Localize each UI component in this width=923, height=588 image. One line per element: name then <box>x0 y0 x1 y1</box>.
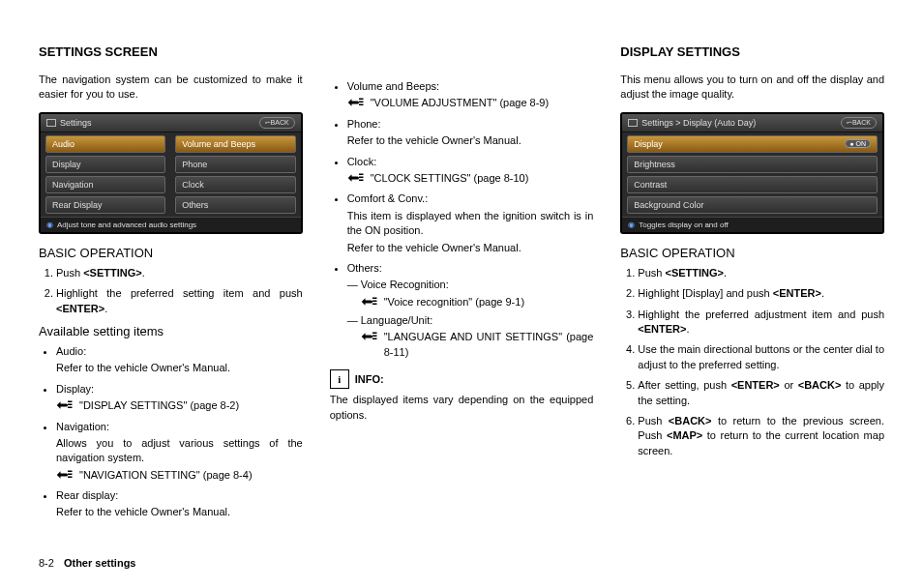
row-bgcolor: Background Color <box>627 196 878 214</box>
row-brightness: Brightness <box>627 156 878 173</box>
settings-intro: The navigation system can be customized … <box>39 73 303 103</box>
info-dot-icon: ◉ <box>628 220 635 229</box>
scr-title: Settings <box>60 118 92 128</box>
section-title-display: DISPLAY SETTINGS <box>620 44 884 59</box>
available-items-head: Available setting items <box>39 324 303 338</box>
step-1: Push <SETTING>. <box>56 266 303 280</box>
xref-icon <box>361 330 378 342</box>
basic-operation-head-1: BASIC OPERATION <box>39 246 303 260</box>
scr-footer: Toggles display on and off <box>639 220 728 229</box>
item-others: Others: Voice Recognition: "Voice recogn… <box>347 261 594 360</box>
tab-navigation: Navigation <box>45 176 165 193</box>
d-step-1: Push <SETTING>. <box>638 266 884 280</box>
xref-icon <box>361 295 378 308</box>
window-icon <box>628 119 638 127</box>
info-callout: i INFO: <box>330 369 594 389</box>
d-step-5: After setting, push <ENTER> or <BACK> to… <box>638 378 884 408</box>
row-contrast: Contrast <box>627 176 878 193</box>
d-step-4: Use the main directional buttons or the … <box>638 342 884 372</box>
d-step-2: Highlight [Display] and push <ENTER>. <box>638 286 884 301</box>
display-intro: This menu allows you to turn on and off … <box>620 73 884 103</box>
item-cc: Comfort & Conv.: This item is displayed … <box>347 191 594 255</box>
item-others: Others <box>175 196 295 214</box>
back-pill: ⤺BACK <box>841 117 877 129</box>
xref-icon <box>347 96 365 108</box>
d-step-3: Highlight the preferred adjustment item … <box>638 308 884 338</box>
row-display: Display ● ON <box>627 135 878 153</box>
item-volume: Volume and Beeps <box>175 135 295 153</box>
item-phone: Phone: Refer to the vehicle Owner's Manu… <box>347 117 594 149</box>
item-vb: Volume and Beeps: "VOLUME ADJUSTMENT" (p… <box>347 79 594 111</box>
info-text: The displayed items vary depending on th… <box>330 393 594 423</box>
settings-screenshot: Settings ⤺BACK Audio Display Navigation … <box>39 112 303 234</box>
d-step-6: Push <BACK> to return to the previous sc… <box>638 414 884 458</box>
xref-icon <box>56 398 74 411</box>
scr-footer: Adjust tone and advanced audio settings <box>57 220 196 229</box>
xref-icon <box>56 468 74 481</box>
item-nav: Navigation: Allows you to adjust various… <box>56 420 303 484</box>
window-icon <box>46 119 56 127</box>
info-dot-icon: ◉ <box>46 220 53 229</box>
on-pill: ● ON <box>845 139 871 148</box>
item-rear: Rear display: Refer to the vehicle Owner… <box>56 488 303 520</box>
info-icon: i <box>330 369 349 389</box>
item-audio: Audio: Refer to the vehicle Owner's Manu… <box>56 344 303 376</box>
section-title-settings: SETTINGS SCREEN <box>39 44 303 59</box>
xref-icon <box>347 171 365 184</box>
item-clock: Clock <box>175 176 295 193</box>
display-screenshot: Settings > Display (Auto Day) ⤺BACK Disp… <box>620 112 884 234</box>
scr-title: Settings > Display (Auto Day) <box>641 118 756 128</box>
basic-operation-head-2: BASIC OPERATION <box>620 246 884 260</box>
tab-audio: Audio <box>45 135 165 153</box>
item-clock: Clock: "CLOCK SETTINGS" (page 8-10) <box>347 155 594 187</box>
back-pill: ⤺BACK <box>259 117 295 129</box>
step-2: Highlight the preferred setting item and… <box>56 286 303 316</box>
item-display: Display: "DISPLAY SETTINGS" (page 8-2) <box>56 382 303 414</box>
item-phone: Phone <box>175 156 295 173</box>
page-footer: 8-2Other settings <box>39 557 135 569</box>
tab-display: Display <box>45 156 165 173</box>
tab-rear: Rear Display <box>45 196 165 214</box>
